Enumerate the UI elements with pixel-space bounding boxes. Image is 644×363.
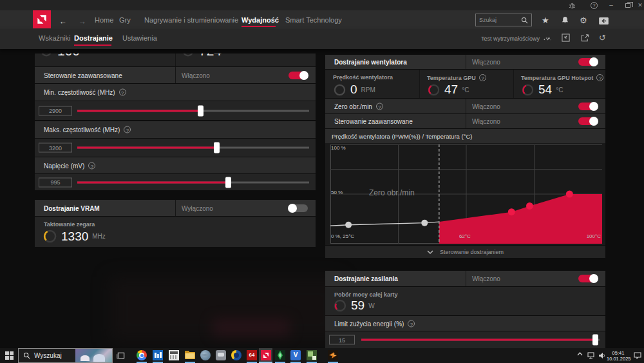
background-blur xyxy=(213,319,290,336)
globe-app-icon[interactable] xyxy=(200,350,211,360)
hotspot-temp-help-icon[interactable]: ? xyxy=(596,74,603,81)
advanced-control-toggle[interactable] xyxy=(289,72,308,79)
power-limit-label: Limit zużycia energii (%) xyxy=(334,320,404,327)
min-freq-input[interactable] xyxy=(39,106,72,115)
search-highlight-image[interactable] xyxy=(75,349,112,362)
stress-test-gauge-icon[interactable] xyxy=(543,34,552,42)
radeon-software-window: ? – ✕ ← → Home Gry Nagrywanie i strumien… xyxy=(0,0,644,363)
back-arrow-icon[interactable]: ← xyxy=(59,17,67,26)
tray-network-icon[interactable] xyxy=(587,352,596,359)
power-tuning-toggle[interactable] xyxy=(578,275,598,282)
fan-advanced-row: Sterowanie zaawansowane Włączono xyxy=(325,114,605,128)
voltage-label-row: Napięcie (mV)? xyxy=(35,157,316,173)
gpu-temp-gauge-icon xyxy=(427,83,440,97)
zero-rpm-toggle[interactable] xyxy=(578,103,598,110)
fan-metrics-row: Prędkość wentylatora 0 RPM Temperatura G… xyxy=(325,70,605,98)
load-profile-icon[interactable] xyxy=(562,34,570,42)
power-draw-row: Pobór mocy całej karty 59 W xyxy=(325,287,605,315)
tray-volume-icon[interactable] xyxy=(598,352,606,359)
help-icon[interactable]: ? xyxy=(591,2,598,9)
min-freq-slider[interactable] xyxy=(77,110,309,112)
task-view-icon[interactable] xyxy=(117,351,126,360)
min-freq-help-icon[interactable]: ? xyxy=(119,89,126,96)
start-button[interactable] xyxy=(5,351,14,360)
v-app-icon[interactable]: V xyxy=(290,350,301,360)
nav-smart-technology[interactable]: Smart Technology xyxy=(285,16,342,24)
tuning-control-label: Sterowanie dostrajaniem xyxy=(440,249,504,255)
fan-speed-gauge-icon xyxy=(333,83,346,97)
close-button[interactable]: ✕ xyxy=(635,1,644,9)
reset-icon[interactable]: ↺ xyxy=(599,33,606,43)
voltage-input[interactable] xyxy=(39,177,72,187)
stress-test-label[interactable]: Test wytrzymałościowy xyxy=(481,35,540,42)
action-center-icon[interactable] xyxy=(634,352,641,359)
chevron-down-icon xyxy=(427,250,433,254)
fan-advanced-toggle[interactable] xyxy=(578,117,598,125)
chrome-icon[interactable] xyxy=(137,350,147,360)
zero-rpm-help-icon[interactable]: ? xyxy=(376,103,383,110)
gpu-voltage-value: 724 xyxy=(199,54,222,59)
bug-report-icon[interactable] xyxy=(567,1,577,10)
power-draw-value: 59 xyxy=(351,299,365,313)
fan-speed-label: Prędkość wentylatora xyxy=(333,74,393,81)
gpu-temp-help-icon[interactable]: ? xyxy=(479,74,486,81)
search-box[interactable] xyxy=(475,14,532,26)
notifications-bell-icon[interactable] xyxy=(561,16,569,25)
tab-tuning[interactable]: Dostrajanie xyxy=(74,34,113,42)
max-freq-help-icon[interactable]: ? xyxy=(124,126,131,133)
chart-label-100c: 100°C xyxy=(587,233,601,239)
tab-metrics[interactable]: Wskaźniki xyxy=(39,34,71,42)
vram-clock-row: Taktowanie zegara 1330 MHz xyxy=(35,217,316,247)
export-profile-icon[interactable] xyxy=(581,34,589,42)
search-input[interactable] xyxy=(479,15,519,25)
calculator-icon[interactable] xyxy=(169,350,179,360)
gpu-temp-value: 47 xyxy=(444,83,458,97)
vram-toggle[interactable] xyxy=(289,204,308,212)
max-freq-slider[interactable] xyxy=(77,147,309,149)
fan-curve-chart[interactable]: 100 % 50 % 0 %, 25°C 62°C 100°C Zero obr… xyxy=(325,143,605,245)
windows-taskbar: Wyszukaj 64 V xyxy=(0,348,644,363)
power-limit-input[interactable] xyxy=(329,335,355,345)
chat-app-icon[interactable] xyxy=(216,350,226,360)
search-icon xyxy=(23,352,30,359)
fan-tuning-state: Włączono xyxy=(472,59,500,66)
max-freq-input[interactable] xyxy=(39,143,72,153)
voltage-help-icon[interactable]: ? xyxy=(88,162,95,169)
minimize-button[interactable]: – xyxy=(606,1,616,9)
flag-app-icon[interactable] xyxy=(307,350,317,360)
fan-tuning-toggle[interactable] xyxy=(578,58,598,66)
radeon-taskbar-active-bg[interactable] xyxy=(259,348,272,363)
fan-speed-unit: RPM xyxy=(361,86,375,93)
taskbar-search[interactable]: Wyszukaj xyxy=(18,348,113,363)
advanced-control-label: Sterowanie zaawansowane xyxy=(44,72,122,79)
tuning-control-collapse[interactable]: Sterowanie dostrajaniem xyxy=(325,246,605,258)
overlay-panel-icon[interactable] xyxy=(599,17,609,25)
power-limit-slider[interactable] xyxy=(361,339,600,341)
nav-home[interactable]: Home xyxy=(95,16,113,24)
vram-title: Dostrajanie VRAM xyxy=(44,204,100,211)
tray-clock[interactable]: 05:41 10.01.2025 xyxy=(607,350,630,362)
tray-chevron-up-icon[interactable] xyxy=(577,352,583,356)
forward-arrow-icon[interactable]: → xyxy=(79,17,86,26)
green-app-icon[interactable] xyxy=(275,350,285,360)
search-icon xyxy=(521,17,528,24)
file-explorer-icon[interactable] xyxy=(185,350,195,360)
settings-gear-icon[interactable]: ⚙ xyxy=(580,15,587,25)
nav-games[interactable]: Gry xyxy=(119,16,131,24)
power-limit-label-row: Limit zużycia energii (%)? xyxy=(325,316,605,331)
nav-performance[interactable]: Wydajność xyxy=(242,16,279,24)
voltage-slider[interactable] xyxy=(77,181,309,183)
round-app-icon[interactable] xyxy=(231,350,242,360)
nav-record-stream[interactable]: Nagrywanie i strumieniowanie xyxy=(144,16,238,24)
flame-app-icon[interactable] xyxy=(328,350,338,360)
tab-settings[interactable]: Ustawienia xyxy=(122,34,157,42)
amd-radeon-logo[interactable] xyxy=(33,10,51,28)
favorites-star-icon[interactable]: ★ xyxy=(542,15,549,25)
monitor-bars-app-icon[interactable] xyxy=(153,350,163,360)
restore-button[interactable] xyxy=(625,3,630,8)
max-freq-slider-row xyxy=(35,139,316,157)
app-64-icon[interactable]: 64 xyxy=(247,350,257,360)
vram-header-row: Dostrajanie VRAM Wyłączono xyxy=(35,200,316,216)
vram-clock-label: Taktowanie zegara xyxy=(44,221,95,228)
power-limit-help-icon[interactable]: ? xyxy=(408,320,415,327)
